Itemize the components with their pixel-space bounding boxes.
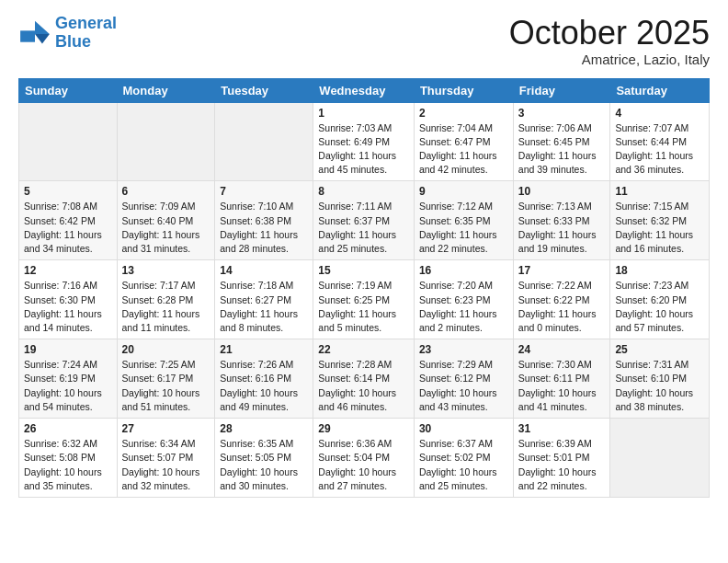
day-info: Sunrise: 6:35 AMSunset: 5:05 PMDaylight:… — [220, 437, 308, 493]
day-info: Sunrise: 6:36 AMSunset: 5:04 PMDaylight:… — [318, 437, 409, 493]
day-number: 4 — [615, 107, 704, 120]
day-info: Sunrise: 7:12 AMSunset: 6:35 PMDaylight:… — [419, 200, 508, 256]
day-info: Sunrise: 7:03 AMSunset: 6:49 PMDaylight:… — [318, 121, 409, 178]
day-info: Sunrise: 7:25 AMSunset: 6:17 PMDaylight:… — [122, 358, 210, 414]
page: General Blue October 2025 Amatrice, Lazi… — [0, 0, 728, 512]
day-number: 25 — [615, 343, 704, 356]
calendar-cell: 17Sunrise: 7:22 AMSunset: 6:22 PMDayligh… — [513, 260, 610, 339]
day-info: Sunrise: 7:13 AMSunset: 6:33 PMDaylight:… — [518, 200, 606, 256]
logo: General Blue — [18, 15, 117, 52]
day-info: Sunrise: 7:07 AMSunset: 6:44 PMDaylight:… — [615, 121, 704, 178]
calendar-cell — [19, 102, 118, 181]
svg-marker-0 — [35, 21, 50, 34]
calendar-cell: 26Sunrise: 6:32 AMSunset: 5:08 PMDayligh… — [19, 419, 118, 498]
calendar-cell: 14Sunrise: 7:18 AMSunset: 6:27 PMDayligh… — [215, 260, 313, 339]
day-number: 13 — [122, 264, 210, 277]
calendar-cell — [610, 419, 710, 498]
day-number: 8 — [318, 185, 409, 198]
calendar-cell: 29Sunrise: 6:36 AMSunset: 5:04 PMDayligh… — [313, 419, 415, 498]
title-block: October 2025 Amatrice, Lazio, Italy — [509, 15, 710, 67]
calendar-cell: 7Sunrise: 7:10 AMSunset: 6:38 PMDaylight… — [215, 181, 313, 260]
location: Amatrice, Lazio, Italy — [509, 52, 710, 67]
day-info: Sunrise: 7:23 AMSunset: 6:20 PMDaylight:… — [615, 279, 704, 335]
day-info: Sunrise: 6:32 AMSunset: 5:08 PMDaylight:… — [24, 437, 112, 493]
week-row-1: 1Sunrise: 7:03 AMSunset: 6:49 PMDaylight… — [19, 102, 710, 181]
calendar-cell: 27Sunrise: 6:34 AMSunset: 5:07 PMDayligh… — [117, 419, 215, 498]
day-number: 23 — [419, 343, 508, 356]
day-info: Sunrise: 7:30 AMSunset: 6:11 PMDaylight:… — [518, 358, 606, 414]
calendar-cell — [117, 102, 215, 181]
calendar-cell: 23Sunrise: 7:29 AMSunset: 6:12 PMDayligh… — [414, 339, 513, 419]
day-number: 11 — [615, 185, 704, 198]
day-number: 3 — [518, 107, 606, 120]
calendar-cell: 11Sunrise: 7:15 AMSunset: 6:32 PMDayligh… — [610, 181, 710, 260]
day-of-week-wednesday: Wednesday — [313, 78, 415, 102]
day-info: Sunrise: 6:37 AMSunset: 5:02 PMDaylight:… — [419, 437, 508, 493]
calendar-cell: 18Sunrise: 7:23 AMSunset: 6:20 PMDayligh… — [610, 260, 710, 339]
logo-text: General Blue — [55, 15, 117, 52]
month-title: October 2025 — [509, 15, 710, 52]
day-number: 15 — [318, 264, 409, 277]
day-info: Sunrise: 7:18 AMSunset: 6:27 PMDaylight:… — [220, 279, 308, 335]
calendar-cell: 8Sunrise: 7:11 AMSunset: 6:37 PMDaylight… — [313, 181, 415, 260]
header: General Blue October 2025 Amatrice, Lazi… — [18, 15, 710, 67]
day-of-week-saturday: Saturday — [610, 78, 710, 102]
day-of-week-tuesday: Tuesday — [215, 78, 313, 102]
svg-marker-1 — [35, 34, 50, 44]
calendar-cell: 31Sunrise: 6:39 AMSunset: 5:01 PMDayligh… — [513, 419, 610, 498]
day-number: 5 — [24, 185, 112, 198]
day-number: 30 — [419, 422, 508, 435]
day-number: 1 — [318, 107, 409, 120]
day-number: 19 — [24, 343, 112, 356]
day-info: Sunrise: 7:29 AMSunset: 6:12 PMDaylight:… — [419, 358, 508, 414]
day-info: Sunrise: 7:10 AMSunset: 6:38 PMDaylight:… — [220, 200, 308, 256]
day-number: 2 — [419, 107, 508, 120]
week-row-4: 19Sunrise: 7:24 AMSunset: 6:19 PMDayligh… — [19, 339, 710, 419]
day-info: Sunrise: 7:22 AMSunset: 6:22 PMDaylight:… — [518, 279, 606, 335]
week-row-3: 12Sunrise: 7:16 AMSunset: 6:30 PMDayligh… — [19, 260, 710, 339]
calendar-cell: 6Sunrise: 7:09 AMSunset: 6:40 PMDaylight… — [117, 181, 215, 260]
day-number: 9 — [419, 185, 508, 198]
calendar-cell: 4Sunrise: 7:07 AMSunset: 6:44 PMDaylight… — [610, 102, 710, 181]
day-info: Sunrise: 7:17 AMSunset: 6:28 PMDaylight:… — [122, 279, 210, 335]
day-number: 14 — [220, 264, 308, 277]
day-info: Sunrise: 7:11 AMSunset: 6:37 PMDaylight:… — [318, 200, 409, 256]
day-of-week-monday: Monday — [117, 78, 215, 102]
day-info: Sunrise: 7:09 AMSunset: 6:40 PMDaylight:… — [122, 200, 210, 256]
day-number: 29 — [318, 422, 409, 435]
calendar-cell: 3Sunrise: 7:06 AMSunset: 6:45 PMDaylight… — [513, 102, 610, 181]
calendar-cell: 1Sunrise: 7:03 AMSunset: 6:49 PMDaylight… — [313, 102, 415, 181]
calendar-cell: 19Sunrise: 7:24 AMSunset: 6:19 PMDayligh… — [19, 339, 118, 419]
day-info: Sunrise: 7:06 AMSunset: 6:45 PMDaylight:… — [518, 121, 606, 178]
day-info: Sunrise: 6:39 AMSunset: 5:01 PMDaylight:… — [518, 437, 606, 493]
day-info: Sunrise: 7:31 AMSunset: 6:10 PMDaylight:… — [615, 358, 704, 414]
day-info: Sunrise: 7:16 AMSunset: 6:30 PMDaylight:… — [24, 279, 112, 335]
day-info: Sunrise: 7:15 AMSunset: 6:32 PMDaylight:… — [615, 200, 704, 256]
day-number: 12 — [24, 264, 112, 277]
day-number: 28 — [220, 422, 308, 435]
calendar-cell: 20Sunrise: 7:25 AMSunset: 6:17 PMDayligh… — [117, 339, 215, 419]
calendar-cell: 13Sunrise: 7:17 AMSunset: 6:28 PMDayligh… — [117, 260, 215, 339]
day-number: 18 — [615, 264, 704, 277]
day-of-week-thursday: Thursday — [414, 78, 513, 102]
calendar-cell: 5Sunrise: 7:08 AMSunset: 6:42 PMDaylight… — [19, 181, 118, 260]
day-info: Sunrise: 7:19 AMSunset: 6:25 PMDaylight:… — [318, 279, 409, 335]
day-number: 7 — [220, 185, 308, 198]
day-of-week-friday: Friday — [513, 78, 610, 102]
day-number: 16 — [419, 264, 508, 277]
day-number: 27 — [122, 422, 210, 435]
day-info: Sunrise: 7:26 AMSunset: 6:16 PMDaylight:… — [220, 358, 308, 414]
svg-rect-2 — [20, 30, 35, 41]
week-row-2: 5Sunrise: 7:08 AMSunset: 6:42 PMDaylight… — [19, 181, 710, 260]
day-number: 20 — [122, 343, 210, 356]
logo-icon — [18, 19, 51, 47]
calendar-cell: 10Sunrise: 7:13 AMSunset: 6:33 PMDayligh… — [513, 181, 610, 260]
calendar-cell: 24Sunrise: 7:30 AMSunset: 6:11 PMDayligh… — [513, 339, 610, 419]
calendar-cell: 16Sunrise: 7:20 AMSunset: 6:23 PMDayligh… — [414, 260, 513, 339]
calendar-cell: 22Sunrise: 7:28 AMSunset: 6:14 PMDayligh… — [313, 339, 415, 419]
day-number: 6 — [122, 185, 210, 198]
calendar-cell: 12Sunrise: 7:16 AMSunset: 6:30 PMDayligh… — [19, 260, 118, 339]
day-number: 31 — [518, 422, 606, 435]
day-info: Sunrise: 7:20 AMSunset: 6:23 PMDaylight:… — [419, 279, 508, 335]
calendar: SundayMondayTuesdayWednesdayThursdayFrid… — [18, 78, 710, 498]
